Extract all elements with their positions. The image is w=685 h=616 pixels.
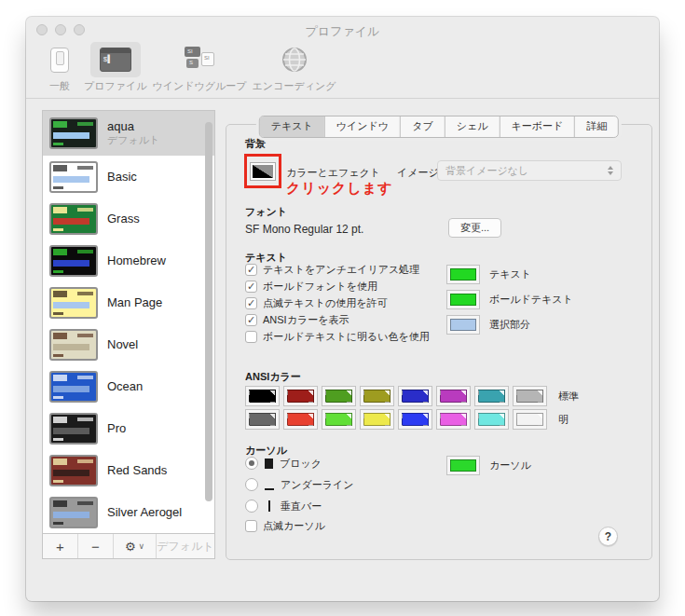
tab-テキスト[interactable]: テキスト (260, 116, 324, 137)
cursor-color-well[interactable] (446, 456, 480, 475)
text-option-row[interactable]: ボールドテキストに明るい色を使用 (245, 331, 430, 343)
window-title: プロファイル (26, 17, 659, 40)
sidebar-item-pro[interactable]: Pro (43, 407, 214, 449)
profile-text: Silver Aerogel (107, 505, 182, 519)
color-well[interactable] (446, 315, 480, 335)
ansi-row-label: 標準 (558, 390, 579, 404)
ansi-color-well[interactable] (398, 386, 432, 406)
profile-thumbnail (49, 117, 98, 149)
text-color-wells: テキストボールドテキスト選択部分 (446, 265, 573, 335)
tab-シェル[interactable]: シェル (445, 116, 500, 137)
text-option-row[interactable]: テキストをアンチエイリアス処理 (245, 264, 430, 276)
color-well-row: テキスト (446, 265, 573, 284)
color-well[interactable] (446, 265, 480, 284)
ansi-row-label: 明 (558, 413, 569, 427)
profile-thumbnail (49, 455, 98, 486)
profile-text: Red Sands (107, 463, 167, 477)
zoom-button[interactable] (74, 24, 85, 35)
background-image-popup[interactable]: 背景イメージなし (437, 160, 622, 181)
scrollbar-thumb[interactable] (205, 122, 212, 501)
gear-icon: ⚙ (125, 540, 136, 554)
sidebar-item-grass[interactable]: Grass (43, 198, 214, 240)
ansi-color-well[interactable] (360, 409, 394, 430)
toolbar-item-profiles[interactable]: プロファイル (84, 42, 147, 93)
cursor-glyph-block-icon (265, 459, 273, 469)
cursor-style-radio[interactable] (245, 478, 258, 491)
cursor-style-row[interactable]: ブロック (245, 457, 354, 470)
cursor-style-row[interactable]: アンダーライン (245, 478, 354, 491)
scrollbar-track[interactable] (205, 113, 213, 531)
cursor-style-radio[interactable] (245, 500, 258, 513)
profile-name: Ocean (107, 379, 143, 393)
add-profile-button[interactable]: + (43, 534, 78, 558)
ansi-color-well[interactable] (360, 386, 394, 406)
color-well-row: 選択部分 (446, 315, 573, 335)
blink-cursor-checkbox[interactable] (245, 520, 257, 532)
sidebar-footer: + − ⚙ ∨ デフォルト (43, 533, 214, 558)
tab-キーボード[interactable]: キーボード (499, 116, 574, 137)
sidebar-item-novel[interactable]: Novel (43, 323, 214, 365)
cursor-style-label: アンダーライン (281, 478, 354, 492)
sidebar-item-silver-aerogel[interactable]: Silver Aerogel (43, 491, 214, 533)
sidebar-item-man-page[interactable]: Man Page (43, 281, 214, 323)
text-option-row[interactable]: ボールドフォントを使用 (245, 281, 430, 293)
text-option-checkbox[interactable] (245, 281, 257, 293)
color-well[interactable] (446, 290, 480, 309)
ansi-color-well[interactable] (245, 409, 280, 430)
tab-ウインドウ[interactable]: ウインドウ (324, 116, 400, 137)
ansi-color-well[interactable] (513, 386, 547, 406)
sidebar-item-ocean[interactable]: Ocean (43, 365, 214, 407)
ansi-color-well[interactable] (322, 409, 356, 430)
minimize-button[interactable] (55, 24, 66, 35)
annotation-highlight-box (244, 154, 281, 188)
default-button[interactable]: デフォルト (157, 534, 214, 558)
ansi-color-well[interactable] (283, 409, 318, 430)
text-option-row[interactable]: 点滅テキストの使用を許可 (245, 297, 430, 309)
globe-icon (281, 46, 308, 74)
ansi-color-well[interactable] (245, 386, 280, 406)
change-font-button[interactable]: 変更... (448, 218, 501, 238)
cursor-style-label: ブロック (280, 457, 322, 471)
ansi-color-well[interactable] (436, 386, 471, 406)
text-option-checkbox[interactable] (245, 264, 257, 276)
sidebar-item-basic[interactable]: Basic (43, 156, 214, 198)
ansi-color-well[interactable] (513, 409, 547, 430)
sidebar-item-red-sands[interactable]: Red Sands (43, 449, 214, 491)
text-option-label: 点滅テキストの使用を許可 (263, 296, 388, 310)
sidebar-item-aqua[interactable]: aquaデフォルト (43, 111, 214, 156)
toolbar-item-encodings[interactable]: エンコーディング (253, 42, 336, 93)
profile-thumbnail (49, 161, 98, 193)
profile-name: Pro (107, 421, 126, 435)
text-option-checkbox[interactable] (245, 314, 257, 326)
tab-詳細[interactable]: 詳細 (574, 116, 618, 137)
profile-text: Novel (107, 337, 138, 351)
text-option-checkbox[interactable] (245, 331, 257, 343)
blink-cursor-row[interactable]: 点滅カーソル (245, 520, 325, 532)
text-options: テキストをアンチエイリアス処理ボールドフォントを使用点滅テキストの使用を許可AN… (245, 264, 430, 343)
help-button[interactable]: ? (598, 527, 618, 546)
profile-name: Man Page (107, 295, 162, 309)
ansi-color-well[interactable] (436, 409, 471, 430)
remove-profile-button[interactable]: − (78, 534, 114, 558)
toolbar-item-general[interactable]: 一般 (41, 42, 78, 93)
toolbar-item-window-groups[interactable]: SISIS ウインドウグループ (153, 42, 247, 93)
text-option-row[interactable]: ANSIカラーを表示 (245, 314, 430, 326)
cursor-style-row[interactable]: 垂直バー (245, 500, 354, 513)
ansi-color-well[interactable] (322, 386, 356, 406)
text-option-label: ボールドテキストに明るい色を使用 (263, 330, 430, 344)
text-option-label: ボールドフォントを使用 (263, 280, 377, 294)
tab-タブ[interactable]: タブ (400, 116, 445, 137)
profile-text: Homebrew (107, 253, 166, 267)
ansi-color-well[interactable] (283, 386, 318, 406)
ansi-color-well[interactable] (474, 409, 509, 430)
profile-text: Grass (107, 212, 140, 226)
ansi-color-well[interactable] (398, 409, 432, 430)
background-color-well[interactable] (250, 162, 276, 181)
close-button[interactable] (36, 24, 48, 35)
title-bar: プロファイル (26, 17, 659, 42)
action-menu-button[interactable]: ⚙ ∨ (114, 534, 157, 558)
cursor-style-radio[interactable] (245, 457, 258, 470)
ansi-color-well[interactable] (474, 386, 509, 406)
text-option-checkbox[interactable] (245, 297, 257, 309)
sidebar-item-homebrew[interactable]: Homebrew (43, 240, 214, 281)
